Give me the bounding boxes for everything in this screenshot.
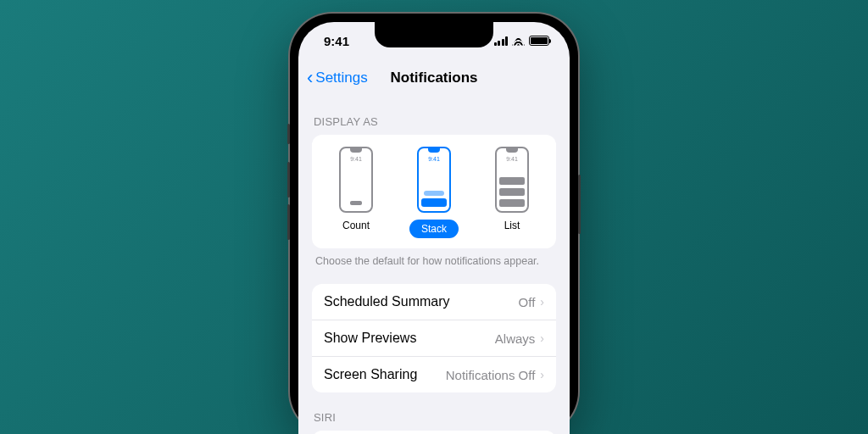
display-as-header: DISPLAY AS (314, 115, 554, 128)
row-label: Show Previews (324, 331, 416, 346)
count-preview-icon: 9:41 (339, 147, 373, 213)
battery-icon (529, 36, 549, 46)
nav-bar: ‹ Settings Notifications (298, 59, 570, 97)
stack-preview-icon: 9:41 (417, 147, 451, 213)
option-stack-label: Stack (409, 220, 459, 238)
silence-switch (287, 124, 290, 144)
volume-down-button (287, 204, 290, 240)
option-count-label: Count (342, 220, 370, 231)
chevron-right-icon: › (540, 368, 544, 381)
display-as-footer: Choose the default for how notifications… (315, 255, 553, 267)
chevron-left-icon: ‹ (307, 67, 313, 89)
chevron-right-icon: › (540, 295, 544, 309)
screen: 9:41 ‹ Settings Notifications DISPLAY AS… (298, 22, 570, 434)
row-show-previews[interactable]: Show Previews Always › (312, 320, 556, 357)
page-title: Notifications (391, 70, 478, 86)
siri-card (312, 431, 556, 434)
settings-list: Scheduled Summary Off › Show Previews Al… (312, 284, 556, 392)
display-as-card: 9:41 Count 9:41 Stack (312, 135, 556, 248)
option-stack[interactable]: 9:41 Stack (396, 147, 472, 238)
list-preview-icon: 9:41 (495, 147, 529, 213)
status-time: 9:41 (324, 34, 375, 48)
back-button[interactable]: ‹ Settings (307, 67, 368, 89)
siri-header: SIRI (314, 411, 554, 424)
row-value: Notifications Off (446, 368, 536, 382)
back-label: Settings (315, 70, 367, 86)
volume-up-button (287, 162, 290, 198)
row-scheduled-summary[interactable]: Scheduled Summary Off › (312, 284, 556, 320)
status-indicators (494, 36, 550, 46)
power-button (578, 175, 581, 234)
row-screen-sharing[interactable]: Screen Sharing Notifications Off › (312, 357, 556, 392)
notch (375, 22, 493, 47)
cellular-icon (494, 36, 509, 46)
wifi-icon (512, 36, 525, 46)
row-label: Screen Sharing (324, 367, 417, 382)
option-count[interactable]: 9:41 Count (318, 147, 394, 238)
option-list[interactable]: 9:41 List (474, 147, 550, 238)
option-list-label: List (504, 220, 520, 231)
row-value: Off (519, 295, 536, 309)
phone-frame: 9:41 ‹ Settings Notifications DISPLAY AS… (290, 14, 578, 434)
row-value: Always (495, 331, 536, 346)
row-label: Scheduled Summary (324, 294, 450, 309)
chevron-right-icon: › (540, 331, 544, 345)
